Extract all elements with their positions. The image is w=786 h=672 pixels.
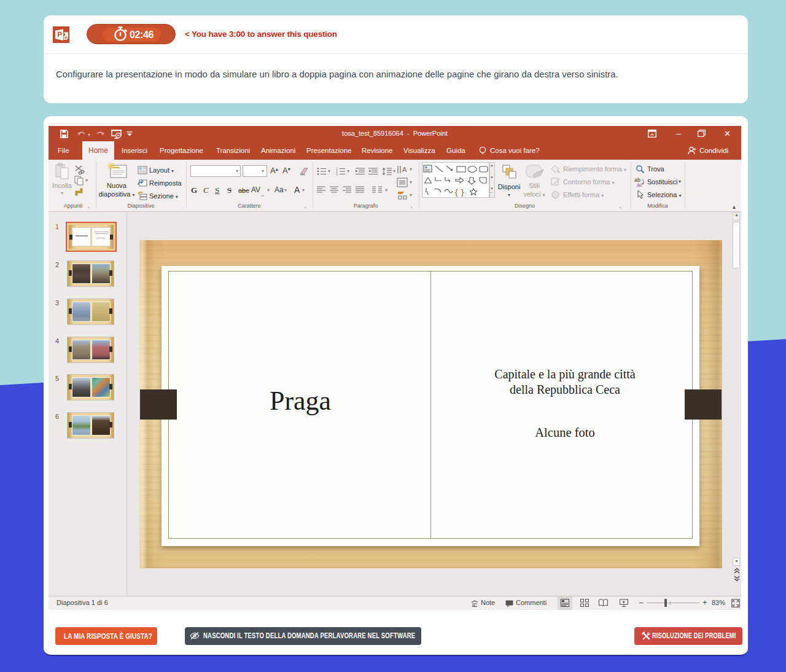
svg-text:3: 3 [336, 173, 338, 176]
svg-text:}: } [461, 187, 464, 197]
svg-text:{: { [455, 187, 458, 197]
svg-text:A: A [402, 166, 407, 173]
svg-text:P: P [58, 31, 62, 38]
svg-text:ac: ac [637, 182, 643, 187]
